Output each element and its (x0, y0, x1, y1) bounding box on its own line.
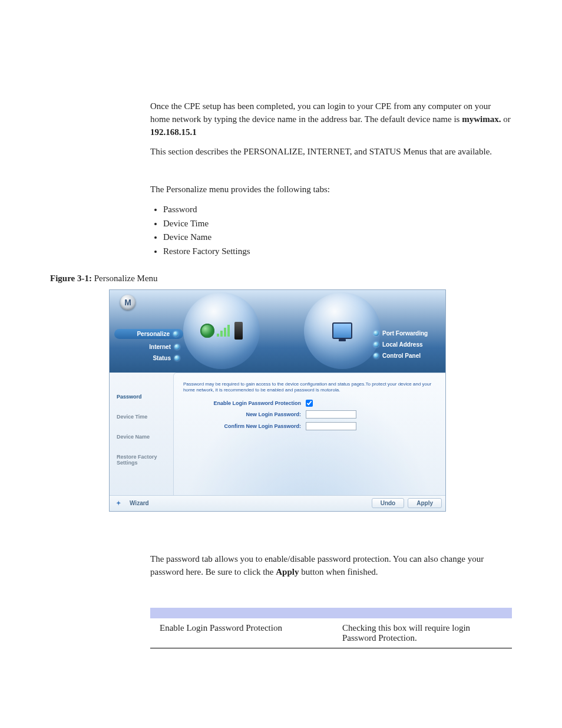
nav-dot-icon (174, 355, 180, 361)
nav-dot-icon (373, 331, 379, 336)
personalize-menu-screenshot: M Personalize Internet Status Port Forw (109, 289, 446, 512)
motorola-logo-icon: M (120, 295, 135, 310)
nav-control-panel[interactable]: Control Panel (373, 353, 438, 359)
monitor-icon (332, 322, 352, 339)
nav-right: Port Forwarding Local Address Control Pa… (373, 325, 438, 364)
enable-password-row: Enable Login Password Protection (183, 400, 436, 407)
personalize-intro: The Personalize menu provides the follow… (150, 183, 512, 196)
nav-label: Control Panel (382, 353, 421, 359)
enable-password-label: Enable Login Password Protection (183, 400, 306, 406)
header-bubble-internet (183, 292, 260, 369)
header-bubble-computer (304, 292, 381, 369)
password-tab-description: The password tab allows you to enable/di… (150, 553, 512, 579)
logo-letter: M (124, 298, 131, 307)
figure-text: Personalize Menu (92, 274, 158, 283)
new-password-row: New Login Password: (183, 410, 436, 419)
intro-paragraph-2: This section describes the PERSONALIZE, … (150, 146, 512, 159)
intro-paragraph-1: Once the CPE setup has been completed, y… (150, 100, 512, 139)
new-password-input[interactable] (306, 410, 356, 419)
wizard-icon: ✦ (114, 499, 123, 508)
nav-status[interactable]: Status (118, 355, 180, 361)
nav-dot-icon (173, 331, 178, 337)
nav-dot-icon (373, 342, 379, 347)
nav-label: Local Address (382, 341, 423, 348)
sidebar-tab-password[interactable]: Password (110, 390, 173, 403)
table-field-name: Enable Login Password Protection (160, 623, 342, 643)
signal-icon (217, 325, 232, 337)
wizard-link[interactable]: Wizard (127, 500, 372, 506)
apply-button[interactable]: Apply (408, 498, 442, 508)
screenshot-sidebar: Password Device Time Device Name Restore… (110, 373, 173, 495)
list-item: Device Time (163, 218, 512, 230)
confirm-password-label: Confirm New Login Password: (183, 423, 306, 429)
figure-label: Figure 3-1: (50, 274, 92, 283)
nav-label: Port Forwarding (382, 330, 428, 337)
sidebar-tab-device-time[interactable]: Device Time (110, 410, 173, 423)
field-description-table: Enable Login Password Protection Checkin… (150, 608, 512, 648)
nav-dot-icon (373, 353, 379, 358)
screenshot-content: Password may be required to gain access … (173, 373, 445, 495)
password-para-apply-bold: Apply (276, 567, 299, 577)
list-item: Password (163, 203, 512, 216)
globe-icon (200, 324, 214, 338)
confirm-password-input[interactable] (306, 422, 356, 430)
password-note: Password may be required to gain access … (183, 381, 436, 394)
intro-text-a: Once the CPE setup has been completed, y… (150, 101, 491, 124)
nav-internet[interactable]: Internet (118, 344, 180, 350)
table-row: Enable Login Password Protection Checkin… (150, 618, 512, 648)
nav-label: Status (153, 355, 171, 361)
table-header-bar (150, 608, 512, 618)
nav-local-address[interactable]: Local Address (373, 341, 438, 348)
sidebar-tab-restore[interactable]: Restore Factory Settings (110, 450, 173, 469)
intro-section: Once the CPE setup has been completed, y… (150, 100, 512, 159)
device-name-bold: mywimax. (462, 114, 501, 124)
screenshot-body: Password Device Time Device Name Restore… (110, 373, 445, 495)
sidebar-tab-device-name[interactable]: Device Name (110, 430, 173, 443)
figure-caption: Figure 3-1: Personalize Menu (50, 274, 512, 284)
personalize-tab-list: Password Device Time Device Name Restore… (150, 203, 512, 258)
nav-port-forwarding[interactable]: Port Forwarding (373, 330, 438, 337)
personalize-list-section: The Personalize menu provides the follow… (150, 183, 512, 258)
nav-left: Personalize Internet Status (118, 325, 180, 366)
nav-label: Internet (149, 344, 171, 350)
nav-personalize[interactable]: Personalize (114, 329, 183, 339)
intro-text-b: or (501, 114, 510, 124)
router-icon (234, 322, 243, 340)
device-ip-bold: 192.168.15.1 (150, 127, 197, 137)
nav-label: Personalize (137, 331, 170, 337)
nav-dot-icon (174, 344, 180, 350)
screenshot-header: M Personalize Internet Status Port Forw (110, 290, 445, 373)
table-field-desc: Checking this box will require login Pas… (342, 623, 503, 643)
password-para-b: button when finished. (299, 567, 378, 577)
confirm-password-row: Confirm New Login Password: (183, 422, 436, 430)
undo-button[interactable]: Undo (372, 498, 405, 508)
screenshot-footer: ✦ Wizard Undo Apply (110, 495, 445, 511)
list-item: Device Name (163, 231, 512, 244)
enable-password-checkbox[interactable] (306, 400, 313, 407)
new-password-label: New Login Password: (183, 411, 306, 417)
list-item: Restore Factory Settings (163, 245, 512, 258)
